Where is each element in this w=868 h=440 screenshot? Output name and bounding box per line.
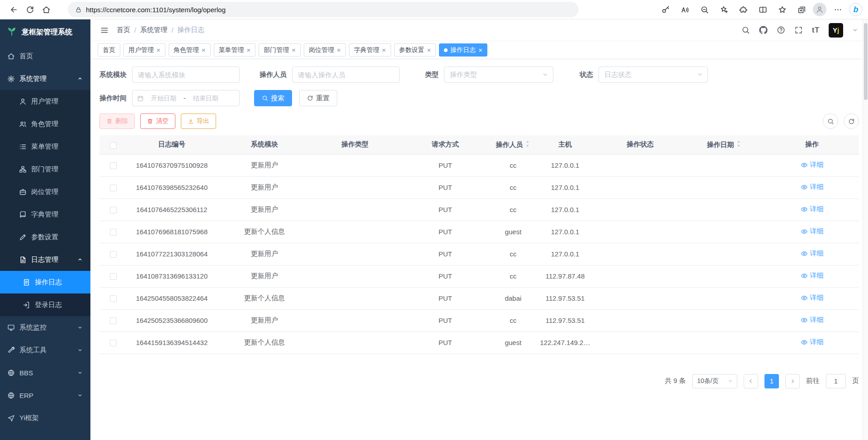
- end-date-input[interactable]: [189, 95, 223, 102]
- breadcrumb-system-mgmt[interactable]: 系统管理: [140, 26, 167, 34]
- split-screen-icon[interactable]: [755, 2, 771, 17]
- toggle-search-icon[interactable]: [823, 114, 838, 129]
- browser-back-button[interactable]: [5, 2, 22, 17]
- page-scrollbar[interactable]: [863, 19, 868, 440]
- col-date[interactable]: 操作日期: [684, 135, 765, 154]
- close-icon[interactable]: ×: [478, 47, 482, 53]
- type-select[interactable]: 操作类型: [444, 66, 553, 83]
- sidebar-item-dept-mgmt[interactable]: 部门管理: [0, 158, 90, 180]
- goto-page-input[interactable]: [826, 374, 846, 388]
- tab-role-mgmt[interactable]: 角色管理×: [169, 43, 211, 57]
- more-icon[interactable]: [830, 2, 846, 17]
- sidebar-item-home[interactable]: 首页: [0, 45, 90, 67]
- sidebar-item-system-monitor[interactable]: 系统监控: [0, 316, 90, 339]
- next-page-button[interactable]: [785, 374, 800, 388]
- detail-link[interactable]: 详细: [801, 271, 824, 280]
- extensions-icon[interactable]: [735, 2, 751, 17]
- sidebar-item-role-mgmt[interactable]: 角色管理: [0, 113, 90, 135]
- sidebar-item-log-mgmt[interactable]: 日志管理: [0, 248, 90, 271]
- row-checkbox[interactable]: [110, 185, 117, 191]
- operator-input[interactable]: [292, 66, 400, 83]
- detail-link[interactable]: 详细: [801, 316, 824, 324]
- tab-dept-mgmt[interactable]: 部门管理×: [259, 43, 301, 57]
- sidebar-item-post-mgmt[interactable]: 岗位管理: [0, 180, 90, 203]
- tab-post-mgmt[interactable]: 岗位管理×: [304, 43, 346, 57]
- close-icon[interactable]: ×: [156, 47, 160, 53]
- close-icon[interactable]: ×: [382, 47, 386, 53]
- sidebar-item-dict-mgmt[interactable]: 字典管理: [0, 203, 90, 226]
- favorites-icon[interactable]: [774, 2, 790, 17]
- tab-menu-mgmt[interactable]: 菜单管理×: [214, 43, 256, 57]
- scrollbar-thumb[interactable]: [864, 23, 868, 100]
- sidebar-item-param-settings[interactable]: 参数设置: [0, 226, 90, 248]
- sidebar-item-bbs[interactable]: BBS: [0, 361, 90, 384]
- profile-avatar[interactable]: [813, 3, 826, 16]
- page-size-select[interactable]: 10条/页: [692, 374, 737, 388]
- detail-link[interactable]: 详细: [801, 338, 824, 346]
- chevron-down-icon[interactable]: [852, 27, 858, 33]
- prev-page-button[interactable]: [744, 374, 758, 388]
- row-checkbox[interactable]: [110, 229, 117, 236]
- tab-user-mgmt[interactable]: 用户管理×: [123, 43, 165, 57]
- sidebar-item-user-mgmt[interactable]: 用户管理: [0, 90, 90, 113]
- start-date-input[interactable]: [146, 95, 181, 102]
- tab-home[interactable]: 首页: [98, 43, 120, 57]
- close-icon[interactable]: ×: [337, 47, 341, 53]
- tab-oper-log[interactable]: 操作日志×: [439, 43, 487, 57]
- text-size-icon[interactable]: tT: [812, 26, 820, 34]
- password-key-icon[interactable]: [657, 2, 674, 17]
- detail-link[interactable]: 详细: [801, 293, 824, 302]
- col-operator[interactable]: 操作人员: [493, 135, 533, 154]
- collections-icon[interactable]: [793, 2, 810, 17]
- menu-fold-icon[interactable]: [97, 23, 112, 38]
- read-aloud-icon[interactable]: [677, 2, 693, 17]
- user-avatar[interactable]: Yj: [829, 23, 843, 38]
- current-page-button[interactable]: 1: [764, 374, 779, 388]
- copilot-icon[interactable]: b: [849, 3, 863, 16]
- search-button[interactable]: 搜索: [254, 90, 292, 106]
- tab-param-settings[interactable]: 参数设置×: [394, 43, 436, 57]
- detail-link[interactable]: 详细: [801, 205, 824, 213]
- row-checkbox[interactable]: [110, 251, 117, 258]
- sidebar-item-erp[interactable]: ERP: [0, 384, 90, 407]
- search-icon[interactable]: [741, 26, 750, 34]
- browser-home-button[interactable]: [38, 2, 54, 17]
- row-checkbox[interactable]: [110, 340, 117, 346]
- row-checkbox[interactable]: [110, 162, 117, 169]
- close-icon[interactable]: ×: [292, 47, 296, 53]
- sidebar-item-system-tools[interactable]: 系统工具: [0, 339, 90, 361]
- module-input[interactable]: [132, 66, 240, 83]
- zoom-out-icon[interactable]: [696, 2, 712, 17]
- fullscreen-icon[interactable]: [794, 26, 803, 34]
- detail-link[interactable]: 详细: [801, 183, 824, 191]
- browser-refresh-button[interactable]: [22, 2, 38, 17]
- sidebar-item-yi-framework[interactable]: Yi框架: [0, 407, 90, 429]
- detail-link[interactable]: 详细: [801, 249, 824, 258]
- github-icon[interactable]: [759, 26, 768, 34]
- date-range-picker[interactable]: -: [132, 90, 240, 106]
- sidebar-item-menu-mgmt[interactable]: 菜单管理: [0, 135, 90, 158]
- reset-button[interactable]: 重置: [299, 90, 337, 106]
- help-icon[interactable]: [777, 26, 785, 34]
- breadcrumb-home[interactable]: 首页: [117, 26, 130, 34]
- sort-icon[interactable]: [736, 140, 742, 149]
- refresh-table-icon[interactable]: [844, 114, 859, 129]
- tab-dict-mgmt[interactable]: 字典管理×: [349, 43, 391, 57]
- sidebar-item-login-log[interactable]: 登录日志: [0, 293, 90, 316]
- close-icon[interactable]: ×: [427, 47, 431, 53]
- row-checkbox[interactable]: [110, 207, 117, 213]
- sidebar-item-oper-log[interactable]: 操作日志: [0, 271, 90, 293]
- address-bar[interactable]: https://ccnetcore.com:1101/system/log/op…: [68, 2, 579, 17]
- export-button[interactable]: 导出: [181, 114, 216, 129]
- close-icon[interactable]: ×: [202, 47, 206, 53]
- select-all-checkbox[interactable]: [110, 142, 117, 149]
- sidebar-item-system-mgmt[interactable]: 系统管理: [0, 67, 90, 90]
- close-icon[interactable]: ×: [247, 47, 251, 53]
- status-select[interactable]: 日志状态: [599, 66, 708, 83]
- row-checkbox[interactable]: [110, 317, 117, 324]
- favorite-add-icon[interactable]: [716, 2, 732, 17]
- delete-button[interactable]: 删除: [99, 114, 135, 129]
- detail-link[interactable]: 详细: [801, 161, 824, 169]
- clear-button[interactable]: 清空: [140, 114, 175, 129]
- row-checkbox[interactable]: [110, 273, 117, 280]
